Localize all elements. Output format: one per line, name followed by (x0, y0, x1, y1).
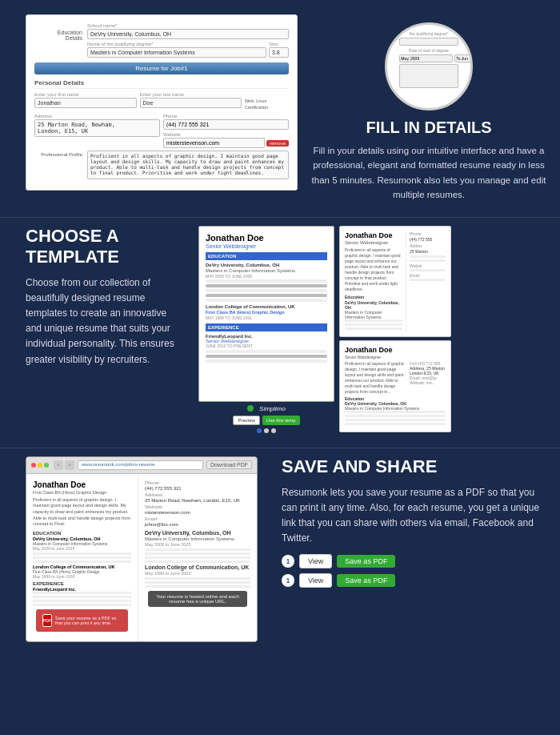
exp1-dates: JUNE 2010 TO PRESENT (206, 343, 327, 348)
back-btn[interactable]: ‹ (54, 460, 63, 470)
bc-name: Jonathan Doe (33, 480, 131, 489)
first-name-label: Enter your first name (34, 92, 137, 97)
bc-right-edu2-dates: May 1999 to June 2003 (145, 571, 250, 576)
website-input[interactable] (163, 138, 265, 148)
remove-button[interactable]: remove (266, 140, 289, 147)
section-fill-in: EducationDetails School name* Name of th… (0, 0, 560, 217)
fill-description: Fill in your details using our intuitive… (310, 143, 547, 203)
edu-label: EducationDetails (34, 23, 82, 58)
url-bubble: Your resume is hosted online and each re… (148, 591, 247, 607)
right-edu-header: Education (345, 295, 402, 299)
edu2-degree: First Class BA (Hons) Graphic Design (206, 310, 327, 315)
section-save-share: ‹ › www.resumonk.com/johns-resume Downlo… (0, 448, 560, 657)
tc-title: Senior Webdesigner (206, 243, 327, 249)
bc-left: Jonathan Doe First Class BA (Hons) Graph… (26, 474, 138, 641)
cm-date-input[interactable] (399, 54, 453, 62)
edu1-school: DeVry University, Columbus, OH (206, 263, 327, 267)
save-pdf-button-2[interactable]: Save as PDF (337, 574, 395, 587)
degree-input[interactable] (87, 47, 266, 58)
bc-right-edu1: DeVry University, Columbus, OH (145, 530, 250, 536)
bc-edu-header: Education (33, 531, 131, 536)
page-wrapper: EducationDetails School name* Name of th… (0, 0, 560, 657)
last-name-input[interactable] (140, 98, 242, 108)
bc-phone: (44) 772 555 321 (145, 486, 250, 491)
profile-label: Professional Profile (34, 151, 82, 179)
form-mockup: EducationDetails School name* Name of th… (26, 14, 298, 191)
profile-textarea[interactable]: Proficient in all aspects of graphic des… (87, 151, 289, 179)
bottom-title: Senior Webdesigner (345, 355, 446, 359)
template-preview-area: Jonathan Doe Senior Webdesigner EDUCATIO… (198, 226, 547, 433)
degree-field-label: Name of the qualifying degree* (87, 42, 266, 46)
template-title: CHOOSE A TEMPLATE (26, 226, 178, 267)
school-field-label: School name* (87, 23, 289, 28)
pdf-icon: PDF (42, 614, 52, 627)
browser-url[interactable]: www.resumonk.com/johns-resume (78, 460, 203, 470)
simplimo-card: Jonathan Doe Senior Webdesigner EDUCATIO… (198, 226, 334, 402)
fwd-btn[interactable]: › (65, 460, 74, 470)
browser-dots (31, 463, 49, 468)
gpa-input[interactable] (269, 47, 289, 58)
bc-address: 25 Marton Road, Newham, London, E15, UK (145, 498, 250, 503)
pdf-row-2: 1 View Save as PDF (282, 573, 547, 588)
resume-button[interactable]: Resume for Job#1 (34, 62, 289, 74)
address-input[interactable]: 25 Marton Road, Newham, London, E15, UK (34, 119, 160, 137)
right-title: Senior Webdesigner (345, 240, 402, 245)
save-left: ‹ › www.resumonk.com/johns-resume Downlo… (26, 456, 258, 642)
school-input[interactable] (87, 29, 289, 39)
circle-mockup: the qualifying degree* Date of start of … (385, 22, 473, 110)
cm-degree-label: the qualifying degree* (410, 31, 448, 36)
url-bubble-text: Your resume is hosted online and each re… (153, 594, 242, 604)
download-btn[interactable]: Download PDF (206, 460, 252, 469)
edu1-degree: Masters in Computer Information Systems (206, 268, 327, 273)
save-pdf-button-1[interactable]: Save as PDF (337, 555, 395, 568)
tc-name: Jonathan Doe (206, 233, 327, 243)
pdf-num-2: 1 (282, 574, 294, 587)
personal-section-title: Personal Details (34, 79, 289, 89)
save-overlay-text: Save your resume as a PDF so that you ca… (55, 616, 122, 625)
edu2-dates: MAY 1999 TO JUNE 2001 (206, 315, 327, 320)
dot-2 (264, 428, 269, 433)
bc-right: Phone: (44) 772 555 321 Address: 25 Mart… (138, 474, 257, 641)
template-buttons: Preview Use this temp (233, 416, 299, 425)
view-button-1[interactable]: View (299, 554, 332, 568)
fill-right: the qualifying degree* Date of start of … (310, 14, 547, 203)
bc-email: johns@foo.com (145, 522, 250, 527)
pdf-num-1: 1 (282, 555, 294, 568)
template-mini-bottom: Jonathan Doe Senior Webdesigner Proficie… (339, 340, 451, 432)
template-mockups: Jonathan Doe Senior Webdesigner EDUCATIO… (190, 226, 547, 433)
address-label: Address (34, 114, 160, 118)
right-edu1: DeVry University, Columbus, OH (345, 300, 402, 310)
dot-3 (271, 428, 276, 433)
edu1-dates: MAY 2009 TO JUNE 2005 (206, 274, 327, 279)
bc-right-edu1-dates: May 2009 to June 2025 (145, 542, 250, 547)
bottom-name: Jonathan Doe (345, 346, 446, 354)
browser-content: Jonathan Doe First Class BA (Hons) Graph… (26, 474, 257, 641)
bc-edu1-dates: May 2009 to June 2025 (33, 546, 131, 551)
browser-mockup: ‹ › www.resumonk.com/johns-resume Downlo… (26, 456, 258, 642)
selected-dot (247, 405, 254, 412)
save-pdf-overlay: PDF Save your resume as a PDF so that yo… (36, 609, 128, 632)
bottom-para: Proficient in all aspects of graphic des… (345, 361, 407, 395)
bc-website: misterstevenson.com (145, 510, 250, 515)
bottom-edu1-degree: Masters in Computer Information Systems (345, 406, 446, 411)
dot-green (44, 463, 49, 468)
browser-nav: ‹ › (54, 460, 74, 470)
right-para: Proficient in all aspects of graphic des… (345, 247, 402, 292)
website-label: Website (163, 132, 289, 137)
cm-to-input[interactable] (454, 54, 473, 62)
browser-toolbar: ‹ › www.resumonk.com/johns-resume Downlo… (26, 457, 257, 474)
right-name: Jonathan Doe (345, 231, 402, 239)
bc-edu2-dates: May 1999 to June 2003 (33, 574, 131, 579)
phone-input[interactable] (163, 119, 289, 130)
dot-red (31, 463, 36, 468)
dot-1 (257, 428, 262, 433)
bc-exp-header: Experience (33, 581, 131, 586)
pdf-row-1: 1 View Save as PDF (282, 554, 547, 568)
fill-title: FILL IN DETAILS (366, 118, 491, 137)
save-description: Resumonk lets you save your resume as a … (282, 485, 547, 547)
cm-date-label: Date of start of degree (409, 48, 449, 53)
view-button-2[interactable]: View (299, 573, 332, 588)
first-name-input[interactable] (34, 98, 137, 108)
preview-button[interactable]: Preview (233, 416, 259, 425)
use-template-button[interactable]: Use this temp (262, 416, 300, 425)
